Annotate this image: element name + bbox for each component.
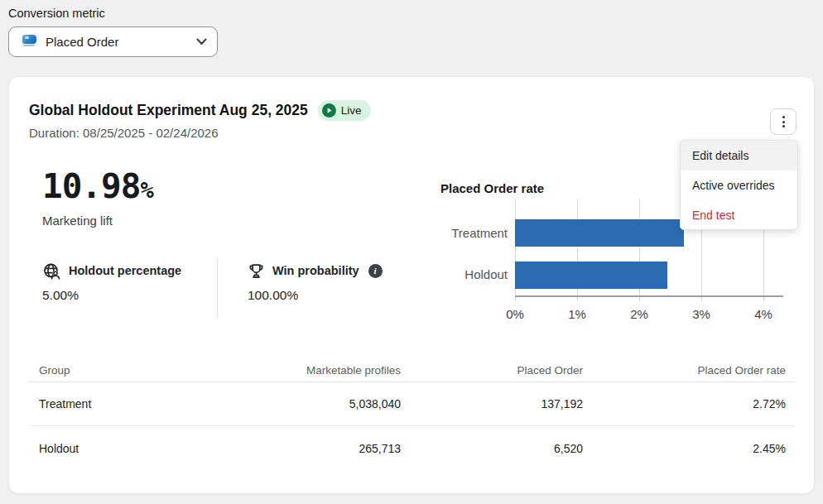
x-tick-label: 0% [506, 307, 524, 321]
menu-item-active-overrides[interactable]: Active overrides [681, 170, 797, 200]
experiment-title: Global Holdout Experiment Aug 25, 2025 [29, 102, 308, 119]
conversion-metric-label: Conversion metric [8, 7, 218, 20]
win-probability-label: Win probability [272, 264, 359, 277]
chart-category-label-holdout: Holdout [415, 267, 508, 281]
win-probability-stat: Win probability i 100.00% [248, 261, 383, 303]
cell-placed-order: 6,520 [401, 442, 583, 455]
kebab-icon [782, 116, 785, 127]
win-probability-value: 100.00% [248, 288, 383, 303]
bar-holdout [515, 262, 667, 289]
table-row-treatment: Treatment 5,038,040 137,192 2.72% [29, 382, 796, 426]
play-circle-icon [322, 103, 336, 118]
cell-group: Holdout [39, 442, 287, 455]
menu-item-edit-details[interactable]: Edit details [681, 141, 797, 170]
status-badge: Live [318, 100, 371, 121]
experiment-duration: Duration: 08/25/2025 - 02/24/2026 [29, 126, 219, 140]
experiment-header: Global Holdout Experiment Aug 25, 2025 L… [29, 100, 371, 121]
column-header-placed-order-rate: Placed Order rate [583, 364, 786, 377]
experiment-card: Global Holdout Experiment Aug 25, 2025 L… [8, 76, 815, 494]
holdout-percentage-value: 5.00% [42, 288, 181, 303]
column-header-marketable-profiles: Marketable profiles [287, 364, 401, 377]
conversion-metric-toolbar: Conversion metric Placed Order [8, 7, 218, 57]
menu-item-end-test[interactable]: End test [681, 200, 797, 229]
status-badge-label: Live [341, 104, 362, 117]
cell-placed-order-rate: 2.72% [583, 397, 786, 410]
cell-group: Treatment [39, 397, 287, 410]
metric-select-dropdown[interactable]: Placed Order [8, 26, 218, 57]
x-tick-label: 2% [630, 307, 648, 321]
metric-select-value: Placed Order [46, 35, 118, 49]
column-header-placed-order: Placed Order [401, 364, 583, 377]
holdout-percentage-stat: Holdout percentage 5.00% [42, 261, 181, 303]
marketing-lift-label: Marketing lift [42, 214, 113, 228]
x-tick-label: 1% [568, 307, 586, 321]
holdout-percentage-label: Holdout percentage [69, 264, 181, 277]
cell-placed-order: 137,192 [401, 397, 583, 410]
cell-marketable-profiles: 265,713 [287, 442, 401, 455]
column-header-group: Group [39, 364, 287, 377]
trophy-icon [248, 262, 265, 280]
x-axis-line [515, 295, 783, 297]
marketing-lift-value: 10.98% [42, 166, 153, 206]
info-icon[interactable]: i [368, 264, 383, 278]
table-row-holdout: Holdout 265,713 6,520 2.45% [29, 426, 796, 470]
cell-marketable-profiles: 5,038,040 [287, 397, 401, 410]
x-tick-label: 4% [754, 307, 772, 321]
stat-divider [217, 257, 218, 319]
chart-title: Placed Order rate [440, 181, 544, 195]
chevron-down-icon [196, 38, 207, 46]
context-menu: Edit details Active overrides End test [680, 140, 798, 230]
results-table: Group Marketable profiles Placed Order P… [29, 359, 796, 470]
more-options-button[interactable] [770, 108, 797, 135]
placed-order-metric-icon [21, 35, 37, 49]
globe-user-icon [42, 262, 61, 281]
x-tick-label: 3% [692, 307, 710, 321]
cell-placed-order-rate: 2.45% [583, 442, 786, 455]
table-header-row: Group Marketable profiles Placed Order P… [29, 359, 796, 382]
chart-category-label-treatment: Treatment [415, 226, 508, 240]
bar-treatment [515, 219, 684, 247]
